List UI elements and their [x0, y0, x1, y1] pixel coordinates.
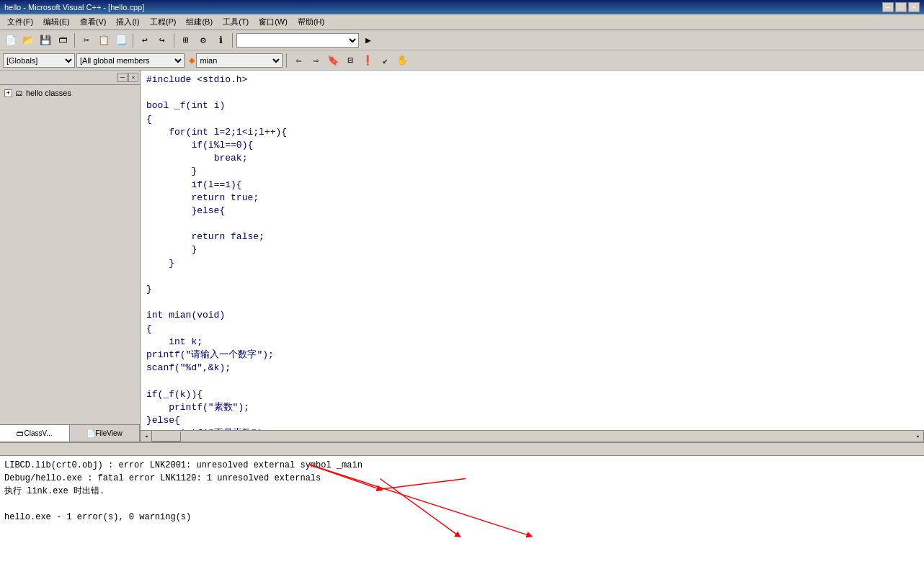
- toolbar-main: 📄 📂 💾 🗃 ✂ 📋 📃 ↩ ↪ ⊞ ⚙ ℹ ▶: [0, 30, 924, 50]
- code-area[interactable]: #include <stdio.h> bool _f(int i) { for(…: [141, 71, 924, 430]
- editor-area: ─ × + 🗂 hello classes 🗃 ClassV... 📄: [0, 71, 924, 442]
- close-button[interactable]: ×: [908, 2, 920, 12]
- menu-tools[interactable]: 工具(T): [218, 15, 253, 29]
- function-combo[interactable]: mian: [196, 53, 283, 68]
- classview-icon: 🗃: [17, 429, 24, 437]
- prev-bookmark-button[interactable]: ⊟: [342, 53, 358, 68]
- back-nav-button[interactable]: ⇦: [290, 53, 306, 68]
- sep-nav1: [286, 53, 287, 68]
- sidebar-close[interactable]: ×: [128, 73, 138, 82]
- copy-button[interactable]: 📋: [96, 32, 112, 48]
- forward-nav-button[interactable]: ⇨: [308, 53, 324, 68]
- globals-combo[interactable]: [Globals]: [3, 53, 75, 68]
- new-button[interactable]: 📄: [3, 32, 19, 48]
- menu-help[interactable]: 帮助(H): [293, 15, 329, 29]
- sep4: [232, 33, 233, 48]
- sep3: [174, 33, 174, 48]
- fileview-label: FileView: [95, 429, 123, 437]
- output-header: [0, 443, 924, 456]
- breakpoint-button[interactable]: ❗: [360, 53, 376, 68]
- output-line-1: LIBCD.lib(crt0.obj) : error LNK2001: unr…: [4, 459, 920, 472]
- menu-build[interactable]: 组建(B): [182, 15, 217, 29]
- tab-fileview[interactable]: 📄 FileView: [70, 425, 140, 442]
- paste-button[interactable]: 📃: [113, 32, 129, 48]
- toolbar-navigation: [Globals] [All global members ◆ mian ⇦ ⇨…: [0, 50, 924, 71]
- undo-button[interactable]: ↩: [137, 32, 153, 48]
- sidebar-tabs: 🗃 ClassV... 📄 FileView: [0, 424, 140, 442]
- sidebar-minimize[interactable]: ─: [117, 73, 128, 82]
- output-line-2: Debug/hello.exe : fatal error LNK1120: 1…: [4, 472, 920, 485]
- save-workspace-button[interactable]: 🗃: [55, 32, 71, 48]
- output-line-5: hello.exe - 1 error(s), 0 warning(s): [4, 511, 920, 524]
- save-button[interactable]: 💾: [37, 32, 53, 48]
- scroll-track: [152, 431, 912, 442]
- sidebar-content: + 🗂 hello classes: [0, 85, 140, 424]
- output-line-4: [4, 498, 920, 511]
- menu-project[interactable]: 工程(P): [146, 15, 181, 29]
- tab-classview[interactable]: 🗃 ClassV...: [0, 425, 70, 442]
- sidebar-controls: ─ ×: [117, 73, 138, 82]
- window-controls: ─ □ ×: [882, 2, 920, 12]
- menu-bar: 文件(F) 编辑(E) 查看(V) 插入(I) 工程(P) 组建(B) 工具(T…: [0, 14, 924, 30]
- main-layout: ─ × + 🗂 hello classes 🗃 ClassV... 📄: [0, 71, 924, 582]
- output-panel: LIBCD.lib(crt0.obj) : error LNK2001: unr…: [0, 442, 924, 582]
- sep1: [74, 33, 75, 48]
- code-content: #include <stdio.h> bool _f(int i) { for(…: [141, 71, 924, 430]
- fileview-icon: 📄: [86, 429, 95, 437]
- scroll-thumb[interactable]: [152, 431, 181, 442]
- sidebar-header: ─ ×: [0, 71, 140, 85]
- scroll-right[interactable]: ▸: [912, 431, 924, 442]
- hand-button[interactable]: ✋: [394, 53, 410, 68]
- tree-item-label: hello classes: [26, 89, 71, 97]
- menu-insert[interactable]: 插入(I): [112, 15, 143, 29]
- sidebar-header-text: [1, 74, 4, 81]
- compile-button[interactable]: ⚙: [195, 32, 211, 48]
- step-in-button[interactable]: ↙: [377, 53, 393, 68]
- menu-file[interactable]: 文件(F): [3, 15, 37, 29]
- code-panel: #include <stdio.h> bool _f(int i) { for(…: [141, 71, 924, 442]
- members-combo[interactable]: [All global members: [76, 53, 185, 68]
- bookmarks-button[interactable]: 🔖: [325, 53, 341, 68]
- redo-button[interactable]: ↪: [154, 32, 170, 48]
- title-text: hello - Microsoft Visual C++ - [hello.cp…: [4, 3, 144, 12]
- config-run-button[interactable]: ▶: [360, 32, 376, 48]
- globals-combo-container: [Globals]: [3, 53, 75, 68]
- expand-icon[interactable]: +: [4, 89, 12, 97]
- tree-item-hello-classes[interactable]: + 🗂 hello classes: [3, 88, 137, 98]
- scroll-left[interactable]: ◂: [141, 431, 152, 442]
- code-scrollbar: ◂ ▸: [141, 430, 924, 442]
- function-indicator: ◆ mian: [189, 53, 283, 68]
- info-button[interactable]: ℹ: [213, 32, 228, 48]
- menu-view[interactable]: 查看(V): [76, 15, 111, 29]
- classview-label: ClassV...: [24, 429, 52, 437]
- menu-edit[interactable]: 编辑(E): [39, 15, 74, 29]
- minimize-button[interactable]: ─: [882, 2, 894, 12]
- folder-icon: 🗂: [15, 89, 23, 97]
- resource-button[interactable]: ⊞: [178, 32, 194, 48]
- title-bar: hello - Microsoft Visual C++ - [hello.cp…: [0, 0, 924, 14]
- output-line-3: 执行 link.exe 时出错.: [4, 485, 920, 498]
- config-combo[interactable]: [236, 33, 359, 48]
- members-combo-container: [All global members: [76, 53, 185, 68]
- menu-window[interactable]: 窗口(W): [254, 15, 292, 29]
- maximize-button[interactable]: □: [895, 2, 907, 12]
- output-content: LIBCD.lib(crt0.obj) : error LNK2001: unr…: [0, 456, 924, 527]
- sep2: [133, 33, 133, 48]
- sidebar: ─ × + 🗂 hello classes 🗃 ClassV... 📄: [0, 71, 141, 442]
- function-icon: ◆: [189, 54, 195, 66]
- cut-button[interactable]: ✂: [79, 32, 94, 48]
- open-button[interactable]: 📂: [20, 32, 36, 48]
